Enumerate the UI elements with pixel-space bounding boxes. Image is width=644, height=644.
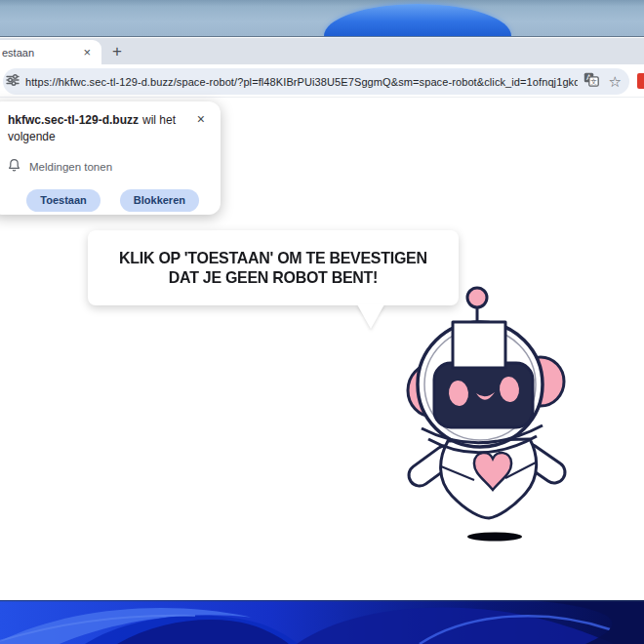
block-button[interactable]: Blokkeren bbox=[120, 189, 199, 212]
permission-origin: hkfwc.sec-tl-129-d.buzz bbox=[8, 113, 139, 127]
speech-bubble: KLIK OP 'TOESTAAN' OM TE BEVESTIGEN DAT … bbox=[88, 230, 459, 305]
desktop-wallpaper-top bbox=[0, 0, 644, 37]
tab-strip: estaan × + bbox=[0, 38, 644, 64]
tab-close-icon[interactable]: × bbox=[78, 44, 96, 60]
extension-icon[interactable] bbox=[637, 73, 644, 89]
bookmark-star-icon[interactable]: ☆ bbox=[609, 74, 622, 89]
permission-buttons: Toestaan Blokkeren bbox=[8, 189, 207, 212]
notification-permission-dialog: hkfwc.sec-tl-129-d.buzzwil het volgende … bbox=[0, 101, 221, 215]
translate-icon[interactable]: A 文 bbox=[584, 72, 599, 91]
permission-item-label: Meldingen tonen bbox=[29, 161, 112, 173]
dialog-close-icon[interactable]: × bbox=[194, 110, 208, 128]
desktop-wallpaper-bottom bbox=[0, 600, 644, 644]
svg-text:文: 文 bbox=[590, 78, 597, 86]
browser-tab[interactable]: estaan × bbox=[0, 40, 101, 64]
speech-bubble-tail bbox=[347, 303, 390, 333]
speech-line-2: DAT JE GEEN ROBOT BENT! bbox=[169, 268, 378, 288]
desktop: estaan × + https://hkfwc.sec-tl-129-d.bu… bbox=[0, 0, 644, 644]
win11-bloom-arc bbox=[324, 4, 511, 36]
allow-button[interactable]: Toestaan bbox=[26, 189, 100, 212]
address-bar[interactable]: https://hkfwc.sec-tl-129-d.buzz/space-ro… bbox=[3, 68, 629, 95]
robot-shadow bbox=[467, 533, 522, 542]
url-text: https://hkfwc.sec-tl-129-d.buzz/space-ro… bbox=[25, 76, 578, 88]
new-tab-button[interactable]: + bbox=[105, 41, 129, 62]
tab-title: estaan bbox=[2, 47, 78, 59]
permission-request-text: wil het bbox=[142, 113, 176, 127]
robot-illustration bbox=[395, 268, 576, 546]
permission-request-line2: volgende bbox=[8, 129, 180, 145]
bell-icon bbox=[8, 158, 20, 176]
page-content: hkfwc.sec-tl-129-d.buzzwil het volgende … bbox=[0, 98, 644, 600]
site-settings-tune-icon[interactable] bbox=[6, 73, 20, 91]
permission-item-row: Meldingen tonen bbox=[8, 158, 207, 176]
permission-title: hkfwc.sec-tl-129-d.buzzwil het volgende bbox=[8, 112, 207, 145]
robot-antenna-ball bbox=[467, 288, 487, 307]
speech-line-1: KLIK OP 'TOESTAAN' OM TE BEVESTIGEN bbox=[119, 249, 427, 268]
browser-toolbar: https://hkfwc.sec-tl-129-d.buzz/space-ro… bbox=[0, 64, 644, 98]
